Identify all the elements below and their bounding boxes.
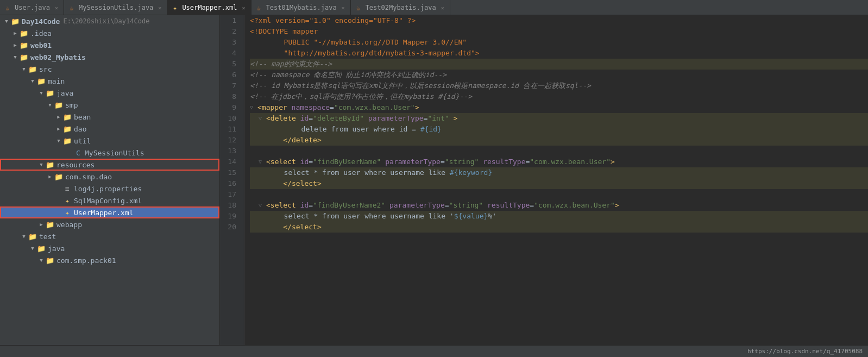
fold-icon[interactable]: ▽	[259, 200, 265, 211]
code-line: select * from user where username like '…	[250, 211, 868, 222]
folder-icon: 📁	[11, 17, 20, 26]
no-expand	[54, 208, 63, 217]
folder-icon: 📁	[63, 112, 72, 121]
tab-close-icon[interactable]: ✕	[342, 5, 345, 11]
code-line: delete from user where id = #{id}	[250, 124, 868, 135]
tree-com-smp-dao[interactable]: ▶ 📁 com.smp.dao	[0, 171, 219, 183]
fold-icon[interactable]: ▽	[259, 113, 265, 124]
tree-sqlmapconfig[interactable]: ✦ SqlMapConfig.xml	[0, 195, 219, 206]
tree-web01[interactable]: ▶ 📁 web01	[0, 39, 219, 51]
tab-close-icon[interactable]: ✕	[158, 5, 161, 11]
folder-icon: 📁	[20, 41, 28, 49]
tree-smp[interactable]: ▼ 📁 smp	[0, 99, 219, 111]
java-icon: ☕	[5, 4, 12, 11]
tree-label: MySessionUtils	[85, 149, 144, 157]
fold-icon[interactable]: ▽	[259, 156, 265, 167]
folder-icon: 📁	[54, 101, 63, 109]
tree-usermapper[interactable]: ✦ UserMapper.xml	[0, 206, 219, 218]
tab-test02-java[interactable]: ☕ Test02Mybatis.java ✕	[351, 0, 450, 15]
expand-icon: ▼	[37, 256, 46, 265]
tree-main[interactable]: ▼ 📁 main	[0, 75, 219, 87]
folder-icon: 📁	[46, 220, 54, 229]
fold-icon	[259, 135, 265, 146]
xml-file-icon: ✦	[63, 208, 72, 217]
folder-icon: 📁	[63, 124, 72, 133]
tab-mysession-java[interactable]: ☕ MySessionUtils.java ✕	[64, 0, 167, 15]
tab-close-icon[interactable]: ✕	[242, 5, 246, 11]
tab-usermapper-xml[interactable]: ✦ UserMapper.xml ✕	[167, 0, 251, 15]
tree-com-smp-pack01[interactable]: ▼ 📁 com.smp.pack01	[0, 254, 219, 266]
properties-icon: ≡	[63, 184, 72, 193]
folder-icon: 📁	[20, 29, 28, 37]
expand-icon: ▼	[46, 101, 54, 109]
code-content: <?xml version="1.0" encoding="UTF-8" ?> …	[244, 15, 868, 345]
code-area: 12345 678910 1112131415 1617181920 <?xml…	[220, 15, 868, 345]
tree-bean[interactable]: ▶ 📁 bean	[0, 111, 219, 123]
tab-user-java[interactable]: ☕ User.java ✕	[0, 0, 64, 15]
code-line: <?xml version="1.0" encoding="UTF-8" ?>	[250, 15, 868, 26]
tree-label: java	[56, 89, 73, 97]
code-token: select * from user where username like '	[250, 211, 454, 222]
code-token: mapper	[262, 102, 287, 113]
expand-icon: ▶	[54, 112, 63, 121]
tree-label: resources	[56, 161, 95, 169]
code-line: </select>	[250, 178, 868, 189]
tree-webapp[interactable]: ▶ 📁 webapp	[0, 218, 219, 230]
tree-web02[interactable]: ▼ 📁 web02_Mybatis	[0, 51, 219, 63]
folder-icon: 📁	[20, 53, 28, 61]
folder-icon: 📁	[28, 65, 37, 73]
tree-log4j[interactable]: ≡ log4j.properties	[0, 183, 219, 195]
code-token: "http://mybatis.org/dtd/mybatis-3-mapper…	[250, 48, 480, 59]
expand-icon: ▼	[37, 160, 46, 169]
tree-util[interactable]: ▼ 📁 util	[0, 135, 219, 147]
code-line: "http://mybatis.org/dtd/mybatis-3-mapper…	[250, 48, 868, 59]
code-line: <!DOCTYPE mapper	[250, 26, 868, 37]
java-icon: ☕	[257, 4, 263, 11]
code-line: <!-- namespace 命名空间 防止id冲突找不到正确的id-->	[250, 70, 868, 80]
tree-src[interactable]: ▼ 📁 src	[0, 63, 219, 75]
tree-label: UserMapper.xml	[74, 209, 134, 217]
tab-close-icon[interactable]: ✕	[55, 5, 58, 11]
code-line: </delete>	[250, 135, 868, 146]
tree-label: smp	[65, 101, 78, 109]
tree-root[interactable]: ▼ 📁 Day14Code E:\2020shixi\Day14Code	[0, 15, 219, 27]
folder-icon: 📁	[46, 89, 54, 97]
fold-icon	[259, 222, 265, 233]
folder-icon: 📁	[46, 160, 54, 169]
tree-mysessionutils[interactable]: C MySessionUtils	[0, 147, 219, 159]
tree-idea[interactable]: ▶ 📁 .idea	[0, 27, 219, 39]
expand-icon: ▼	[28, 77, 37, 85]
folder-icon: 📁	[37, 244, 46, 253]
code-token: <!-- 在jdbc中，sql语句使用?作占位符，但在mybatis #{id}…	[250, 91, 472, 102]
tree-test-java[interactable]: ▼ 📁 java	[0, 242, 219, 254]
folder-icon: 📁	[28, 232, 37, 241]
tab-close-icon[interactable]: ✕	[441, 5, 444, 11]
tree-resources[interactable]: ▼ 📁 resources	[0, 159, 219, 171]
code-line: <!-- id Mybatis是将sql语句写在xml文件中，以后session…	[250, 80, 868, 91]
status-url: https://blog.csdn.net/q_41705088	[747, 348, 863, 355]
xml-icon: ✦	[173, 4, 179, 11]
tree-java[interactable]: ▼ 📁 java	[0, 87, 219, 99]
code-token: PUBLIC "-//mybatis.org//DTD Mapper 3.0//…	[250, 37, 467, 48]
tab-test01-java[interactable]: ☕ Test01Mybatis.java ✕	[251, 0, 351, 15]
code-line: PUBLIC "-//mybatis.org//DTD Mapper 3.0//…	[250, 37, 868, 48]
tree-label: log4j.properties	[74, 185, 142, 193]
no-expand	[54, 196, 63, 205]
tree-dao[interactable]: ▶ 📁 dao	[0, 123, 219, 135]
expand-icon: ▼	[54, 136, 63, 145]
status-bar: https://blog.csdn.net/q_41705088	[0, 345, 868, 357]
code-token: <!-- map的约束文件-->	[250, 59, 332, 70]
expand-icon: ▼	[2, 17, 11, 26]
expand-icon: ▶	[46, 172, 54, 181]
expand-icon: ▼	[20, 65, 28, 73]
expand-icon: ▼	[20, 232, 28, 241]
code-line: <!-- 在jdbc中，sql语句使用?作占位符，但在mybatis #{id}…	[250, 91, 868, 102]
tree-label: web02_Mybatis	[30, 53, 86, 61]
fold-icon[interactable]: ▽	[250, 102, 256, 113]
folder-icon: 📁	[46, 256, 54, 265]
tree-label: web01	[30, 41, 52, 49]
tree-label: com.smp.dao	[65, 173, 112, 181]
code-token: delete from user where id =	[267, 124, 420, 135]
tree-label: SqlMapConfig.xml	[74, 197, 142, 205]
tree-test[interactable]: ▼ 📁 test	[0, 230, 219, 242]
